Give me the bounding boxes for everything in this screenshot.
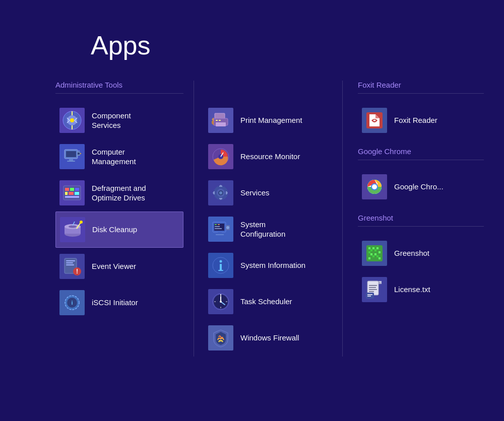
svg-rect-91: [368, 257, 370, 259]
svg-rect-87: [374, 253, 376, 255]
defragment-drives-item[interactable]: Defragment andOptimize Drives: [55, 175, 183, 210]
services-label: Services: [240, 188, 270, 198]
disk-cleanup-item[interactable]: Disk Cleanup: [55, 212, 183, 248]
greenshot-item[interactable]: Greenshot: [358, 236, 484, 271]
svg-rect-53: [218, 224, 220, 225]
svg-rect-89: [379, 251, 381, 253]
svg-rect-29: [66, 260, 75, 261]
svg-rect-30: [66, 262, 73, 263]
resource-monitor-icon: [208, 144, 233, 169]
svg-point-61: [220, 260, 222, 263]
task-scheduler-item[interactable]: Task Scheduler: [204, 284, 332, 319]
admin-tools-column-left: Administrative Tools ComponentServices: [55, 81, 183, 357]
greenshot-icon-img: [362, 241, 387, 266]
svg-rect-88: [376, 255, 379, 257]
svg-rect-97: [369, 291, 374, 292]
svg-rect-56: [218, 232, 222, 234]
services-item[interactable]: Services: [204, 175, 332, 210]
svg-point-68: [220, 301, 222, 303]
col2-divider: [342, 81, 343, 357]
svg-rect-63: [218, 270, 223, 271]
iscsi-initiator-label: iSCSI Initiator: [92, 298, 138, 308]
system-configuration-item[interactable]: SystemConfiguration: [204, 212, 332, 247]
event-viewer-icon: !: [59, 254, 85, 279]
admin-tools-column-right: Print Management Resource Monitor: [204, 81, 332, 357]
svg-point-24: [69, 226, 77, 228]
svg-rect-15: [70, 188, 74, 191]
svg-rect-6: [66, 151, 76, 157]
event-viewer-item[interactable]: ! Event Viewer: [55, 249, 183, 284]
license-txt-label: License.txt: [394, 285, 430, 295]
greenshot-label: Greenshot: [394, 248, 429, 258]
defragment-drives-label: Defragment andOptimize Drives: [92, 183, 146, 203]
component-services-item[interactable]: ComponentServices: [55, 103, 183, 138]
svg-rect-98: [366, 293, 374, 299]
svg-rect-52: [215, 224, 217, 225]
windows-firewall-item[interactable]: Windows Firewall: [204, 320, 332, 356]
iscsi-initiator-item[interactable]: i iSCSI Initiator: [55, 285, 183, 320]
computer-management-item[interactable]: ComputerManagement: [55, 139, 183, 174]
google-chrome-item[interactable]: Google Chro...: [358, 169, 484, 204]
system-configuration-label: SystemConfiguration: [240, 220, 285, 239]
svg-rect-57: [216, 234, 224, 235]
windows-firewall-icon: [208, 325, 233, 350]
foxit-header: Foxit Reader: [358, 81, 484, 94]
system-configuration-icon: [208, 217, 233, 242]
svg-point-59: [226, 226, 229, 229]
svg-rect-90: [379, 257, 381, 259]
task-scheduler-label: Task Scheduler: [240, 297, 292, 307]
svg-rect-20: [65, 196, 79, 198]
license-txt-icon: [362, 277, 387, 302]
page-title: Apps: [0, 0, 504, 81]
svg-rect-82: [374, 249, 376, 251]
component-services-icon: [59, 108, 85, 133]
svg-rect-62: [220, 264, 222, 271]
svg-rect-42: [219, 120, 221, 121]
task-scheduler-icon: [208, 289, 233, 314]
foxit-reader-icon: [362, 108, 387, 133]
svg-rect-18: [69, 192, 74, 195]
svg-rect-94: [369, 285, 377, 286]
svg-rect-16: [75, 188, 79, 191]
license-txt-item[interactable]: License.txt: [358, 272, 484, 307]
resource-monitor-label: Resource Monitor: [240, 152, 300, 162]
services-icon: [208, 180, 233, 205]
foxit-reader-item[interactable]: Foxit Reader: [358, 103, 484, 138]
svg-point-4: [70, 118, 74, 122]
svg-rect-54: [215, 226, 220, 227]
svg-rect-83: [376, 247, 379, 249]
svg-rect-8: [67, 161, 75, 162]
resource-monitor-item[interactable]: Resource Monitor: [204, 139, 332, 174]
print-management-item[interactable]: Print Management: [204, 103, 332, 138]
svg-text:i: i: [71, 300, 73, 306]
other-apps-column: Foxit Reader Foxit Reader Google Chrome: [353, 81, 484, 357]
system-information-item[interactable]: System Information: [204, 248, 332, 283]
svg-rect-41: [216, 120, 218, 121]
svg-rect-96: [369, 289, 377, 290]
google-chrome-label: Google Chro...: [394, 182, 444, 192]
computer-management-label: ComputerManagement: [92, 147, 136, 167]
computer-management-icon: [59, 144, 85, 169]
svg-rect-85: [370, 253, 372, 255]
svg-rect-55: [215, 228, 222, 229]
chrome-header: Google Chrome: [358, 147, 484, 160]
svg-rect-80: [370, 249, 372, 251]
svg-point-49: [219, 191, 222, 194]
svg-rect-84: [368, 251, 370, 253]
svg-rect-79: [368, 247, 370, 249]
svg-text:!: !: [76, 268, 78, 275]
component-services-label: ComponentServices: [92, 111, 131, 130]
svg-rect-12: [78, 151, 80, 151]
foxit-reader-label: Foxit Reader: [394, 115, 437, 125]
defragment-drives-icon: [59, 180, 85, 205]
svg-point-26: [80, 221, 83, 224]
svg-rect-40: [216, 122, 226, 126]
system-information-label: System Information: [240, 260, 305, 270]
windows-firewall-label: Windows Firewall: [240, 333, 299, 343]
svg-rect-14: [65, 188, 69, 191]
svg-rect-86: [372, 255, 374, 257]
col1-divider: [194, 81, 194, 357]
svg-rect-31: [66, 264, 74, 265]
iscsi-initiator-icon: i: [59, 290, 85, 315]
svg-rect-81: [372, 247, 374, 249]
